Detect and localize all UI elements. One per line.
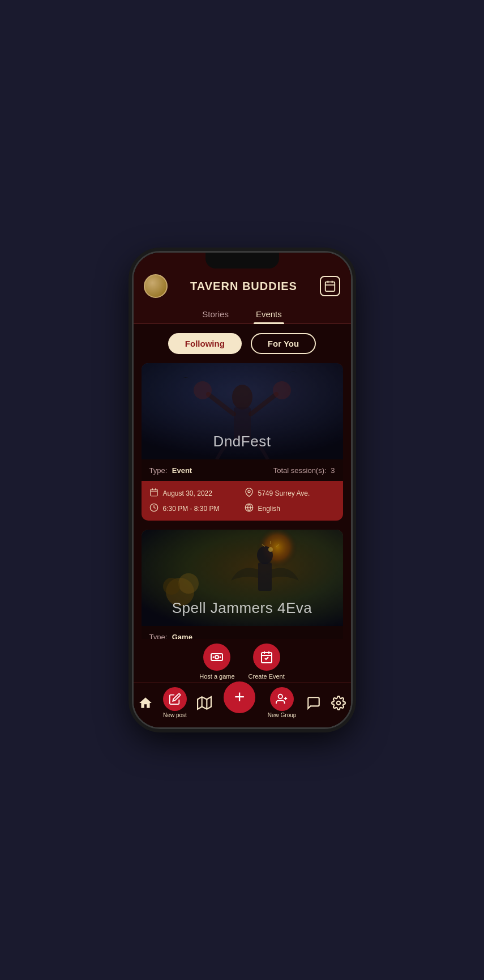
create-event-button[interactable]: Create Event [249, 644, 285, 680]
calendar-small-icon [149, 488, 159, 498]
new-group-label: New Group [268, 712, 297, 718]
svg-rect-0 [325, 282, 335, 292]
screen: Tavern Buddies Stories Events [134, 253, 351, 727]
new-post-icon-circle [163, 687, 187, 711]
detail-time: 6:30 PM - 8:30 PM [149, 503, 240, 514]
create-event-label: Create Event [249, 673, 285, 680]
nav-settings[interactable] [331, 696, 346, 710]
event-image-spelljammers: Spell Jammers 4Eva [142, 530, 343, 626]
filter-for-you[interactable]: For You [251, 333, 316, 354]
event-type-dndfest: Type: Event [149, 465, 192, 475]
tab-stories[interactable]: Stories [200, 305, 231, 323]
clock-icon [149, 503, 159, 514]
app-title: Tavern Buddies [190, 280, 297, 293]
host-game-icon-circle [203, 644, 230, 671]
fab-area: Host a game Create Event [134, 639, 351, 727]
avatar[interactable] [144, 274, 168, 298]
location-icon [245, 488, 254, 498]
svg-point-43 [279, 694, 282, 698]
tab-events[interactable]: Events [254, 305, 284, 323]
phone-frame: Tavern Buddies Stories Events [132, 251, 353, 729]
detail-language: English [245, 503, 335, 514]
nav-messages[interactable] [306, 696, 321, 710]
event-title-spelljammers: Spell Jammers 4Eva [172, 599, 312, 626]
filter-tabs: Following For You [134, 324, 351, 363]
action-buttons: Host a game Create Event [134, 639, 351, 682]
nav-tabs: Stories Events [144, 305, 341, 323]
svg-point-33 [215, 655, 219, 659]
nav-new-post[interactable]: New post [163, 687, 187, 718]
new-post-label: New post [163, 712, 187, 718]
header-divider [134, 323, 351, 324]
host-game-label: Host a game [199, 673, 234, 680]
svg-marker-40 [198, 697, 211, 709]
filter-following[interactable]: Following [168, 333, 242, 354]
svg-rect-11 [151, 489, 157, 496]
nav-home[interactable] [138, 696, 153, 710]
event-title-dndfest: DndFest [213, 433, 271, 459]
svg-point-46 [336, 701, 340, 705]
create-event-icon-circle [253, 644, 280, 671]
event-details-dndfest: August 30, 2022 5749 Surrey Ave. [142, 481, 343, 521]
event-image-dndfest: DndFest [142, 363, 343, 459]
bottom-nav: New post + [134, 682, 351, 727]
svg-rect-36 [262, 653, 272, 663]
event-sessions: Total session(s): 3 [273, 466, 335, 475]
fab-main-button[interactable]: + [221, 679, 258, 715]
calendar-icon[interactable] [320, 276, 340, 296]
notch [205, 253, 279, 269]
detail-date: August 30, 2022 [149, 488, 240, 498]
new-group-icon-circle [270, 687, 294, 711]
detail-address: 5749 Surrey Ave. [245, 488, 335, 498]
nav-map[interactable] [197, 696, 212, 710]
event-type-row-dndfest: Type: Event Total session(s): 3 [142, 459, 343, 481]
host-game-button[interactable]: Host a game [199, 644, 234, 680]
event-card-dndfest[interactable]: DndFest Type: Event Total session(s): 3 [142, 363, 343, 521]
svg-point-15 [248, 491, 250, 493]
globe-icon [245, 503, 254, 514]
nav-new-group[interactable]: New Group [268, 687, 297, 718]
